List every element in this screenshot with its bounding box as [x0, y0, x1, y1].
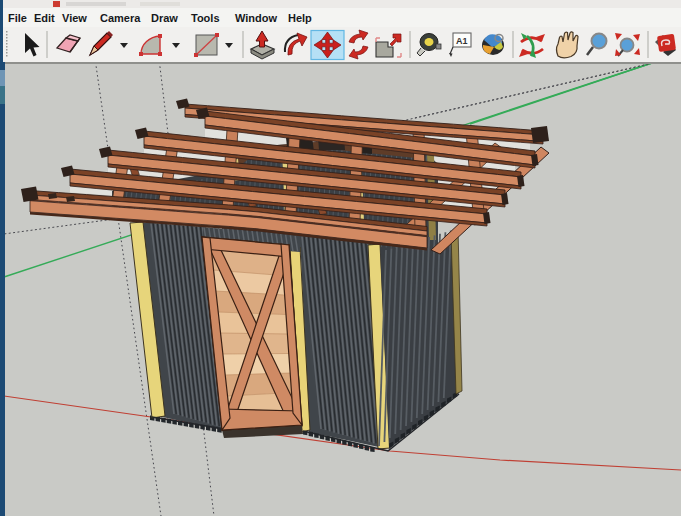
svg-text:Tools: Tools [191, 12, 220, 24]
svg-text:View: View [62, 12, 87, 24]
svg-text:Draw: Draw [151, 12, 178, 24]
svg-text:Edit: Edit [34, 12, 55, 24]
svg-text:Camera: Camera [100, 12, 141, 24]
svg-text:File: File [8, 12, 27, 24]
svg-text:A1: A1 [456, 36, 468, 46]
svg-text:Window: Window [235, 12, 277, 24]
svg-text:Help: Help [288, 12, 312, 24]
